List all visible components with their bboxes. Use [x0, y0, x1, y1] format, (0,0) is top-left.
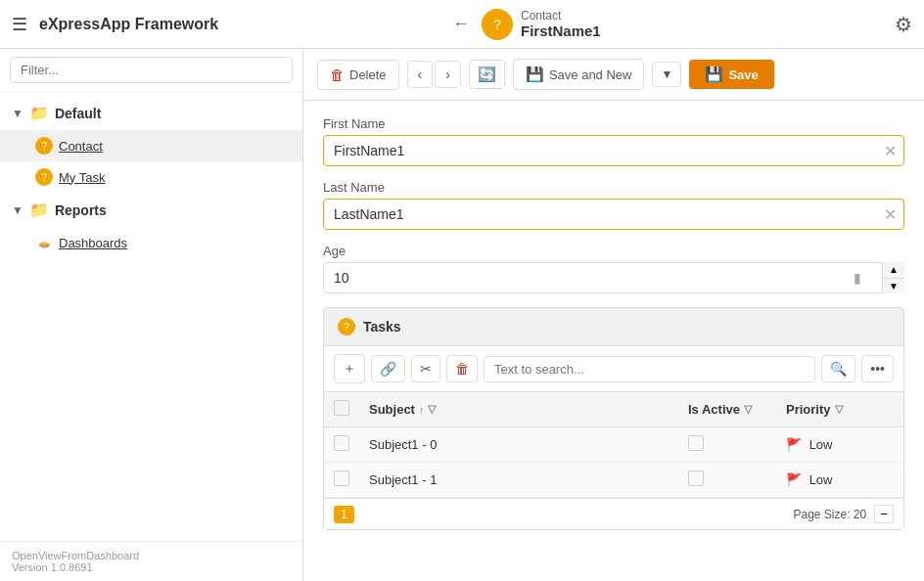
- save-and-new-button[interactable]: 💾 Save and New: [513, 59, 645, 90]
- age-increment-button[interactable]: ▲: [883, 262, 904, 279]
- content-area: 🗑 Delete ‹ › 🔄 💾 Save and New ▼ 💾 Save F…: [303, 49, 924, 581]
- nav-group-header-default[interactable]: ▼ 📁 Default: [0, 96, 302, 130]
- contact-icon: ?: [35, 137, 53, 155]
- table-row: Subject1 - 0 🚩 Low: [324, 427, 903, 463]
- th-subject-label: Subject: [369, 402, 415, 417]
- task-search-input[interactable]: [484, 356, 815, 382]
- first-name-input-wrap: ✕: [323, 135, 904, 166]
- last-name-group: Last Name ✕: [323, 180, 904, 230]
- tasks-header: ? Tasks: [324, 308, 903, 346]
- folder-icon: 📁: [29, 104, 49, 122]
- sidebar-footer-line1: OpenViewFromDashboard: [12, 550, 291, 561]
- contact-label-name: FirstName1: [521, 22, 601, 39]
- nav-group-header-reports[interactable]: ▼ 📁 Reports: [0, 193, 302, 227]
- tasks-toolbar: ＋ 🔗 ✂ 🗑 🔍 •••: [324, 346, 903, 392]
- row2-priority-label: Low: [809, 472, 833, 487]
- last-name-input-wrap: ✕: [323, 199, 904, 230]
- page-size-label: Page Size: 20: [793, 508, 866, 521]
- folder-icon-reports: 📁: [29, 201, 49, 219]
- tasks-title: Tasks: [363, 319, 401, 335]
- task-search-button[interactable]: 🔍: [821, 355, 855, 382]
- tasks-table: Subject ↑ ▽ Is Active ▽: [324, 392, 903, 498]
- trash-icon: 🗑: [330, 67, 345, 83]
- row2-isactive: [678, 463, 776, 498]
- row2-priority: 🚩 Low: [776, 463, 903, 498]
- isactive-filter-icon[interactable]: ▽: [744, 403, 752, 416]
- contact-avatar: ?: [482, 9, 513, 40]
- age-input-wrap: ▮ ▲ ▼: [323, 262, 904, 293]
- save-icon: 💾: [705, 66, 723, 83]
- first-name-clear-icon[interactable]: ✕: [884, 142, 897, 160]
- sidebar-footer: OpenViewFromDashboard Version 1.0.8691: [0, 541, 302, 581]
- page-1-button[interactable]: 1: [334, 506, 354, 523]
- contact-label-top: Contact: [521, 9, 601, 22]
- tasks-icon: ?: [338, 318, 355, 335]
- nav-group-label-reports: Reports: [55, 202, 107, 218]
- priority-filter-icon[interactable]: ▽: [835, 403, 843, 416]
- delete-label: Delete: [349, 67, 387, 82]
- tasks-section: ? Tasks ＋ 🔗 ✂ 🗑 🔍 •••: [323, 307, 904, 530]
- sidebar-item-contact-label: Contact: [59, 139, 103, 154]
- chevron-down-icon: ▼: [12, 107, 23, 120]
- last-name-clear-icon[interactable]: ✕: [884, 205, 897, 224]
- top-bar: ☰ eXpressApp Framework ← ? Contact First…: [0, 0, 924, 49]
- sidebar-item-mytask[interactable]: ? My Task: [0, 161, 302, 193]
- row1-subject: Subject1 - 0: [359, 427, 678, 463]
- dashboards-icon: 🥧: [35, 234, 53, 251]
- first-name-label: First Name: [323, 116, 904, 131]
- refresh-button[interactable]: 🔄: [469, 60, 505, 89]
- delete-button[interactable]: 🗑 Delete: [317, 60, 399, 90]
- row1-priority: 🚩 Low: [776, 427, 903, 463]
- save-new-dropdown-button[interactable]: ▼: [652, 62, 681, 87]
- row1-priority-label: Low: [809, 437, 833, 452]
- app-title: eXpressApp Framework: [39, 16, 440, 33]
- task-add-button[interactable]: ＋: [334, 354, 365, 383]
- th-priority: Priority ▽: [776, 392, 903, 427]
- task-more-button[interactable]: •••: [861, 355, 894, 382]
- age-input[interactable]: [323, 262, 904, 293]
- search-input[interactable]: [10, 57, 293, 83]
- sidebar-item-dashboards-label: Dashboards: [59, 236, 127, 250]
- subject-sort-icon[interactable]: ↑: [419, 404, 425, 416]
- row1-isactive-checkbox[interactable]: [688, 435, 704, 451]
- sidebar-item-dashboards[interactable]: 🥧 Dashboards: [0, 227, 302, 258]
- back-button[interactable]: ←: [452, 14, 470, 34]
- mytask-icon: ?: [35, 168, 53, 186]
- sidebar-item-mytask-label: My Task: [59, 170, 105, 185]
- next-button[interactable]: ›: [435, 61, 461, 88]
- nav-group-label-default: Default: [55, 106, 101, 121]
- last-name-label: Last Name: [323, 180, 904, 195]
- th-isactive-label: Is Active: [688, 402, 740, 417]
- prev-button[interactable]: ‹: [407, 61, 434, 88]
- row2-subject: Subject1 - 1: [359, 463, 678, 498]
- tasks-table-header: Subject ↑ ▽ Is Active ▽: [324, 392, 903, 427]
- subject-filter-icon[interactable]: ▽: [428, 403, 436, 416]
- last-name-input[interactable]: [323, 199, 904, 230]
- first-name-group: First Name ✕: [323, 116, 904, 166]
- sidebar-footer-line2: Version 1.0.8691: [12, 561, 291, 573]
- row1-checkbox-cell: [324, 427, 359, 463]
- row2-priority-flag-icon: 🚩: [786, 472, 802, 487]
- th-isactive: Is Active ▽: [678, 392, 776, 427]
- task-delete-button[interactable]: 🗑: [446, 355, 478, 382]
- sidebar-item-contact[interactable]: ? Contact: [0, 130, 302, 161]
- save-button[interactable]: 💾 Save: [689, 60, 773, 89]
- pagination-bar: 1 Page Size: 20 −: [324, 498, 903, 529]
- hamburger-icon[interactable]: ☰: [12, 14, 27, 35]
- age-decrement-button[interactable]: ▼: [883, 279, 904, 294]
- main-area: ▼ 📁 Default ? Contact ? My Task ▼ 📁: [0, 49, 924, 581]
- first-name-input[interactable]: [323, 135, 904, 166]
- row1-checkbox[interactable]: [334, 435, 349, 451]
- table-row: Subject1 - 1 🚩 Low: [324, 463, 903, 498]
- save-label: Save: [728, 67, 758, 82]
- page-size-decrement-button[interactable]: −: [874, 505, 894, 523]
- row2-checkbox[interactable]: [334, 470, 349, 486]
- settings-icon[interactable]: ⚙: [895, 13, 912, 36]
- row2-isactive-checkbox[interactable]: [688, 470, 704, 486]
- toolbar: 🗑 Delete ‹ › 🔄 💾 Save and New ▼ 💾 Save: [303, 49, 924, 101]
- search-box: [0, 49, 302, 92]
- task-scissors-button[interactable]: ✂: [411, 355, 440, 382]
- task-link-button[interactable]: 🔗: [371, 355, 405, 382]
- header-checkbox[interactable]: [334, 400, 349, 416]
- age-spinner: ▲ ▼: [882, 262, 904, 293]
